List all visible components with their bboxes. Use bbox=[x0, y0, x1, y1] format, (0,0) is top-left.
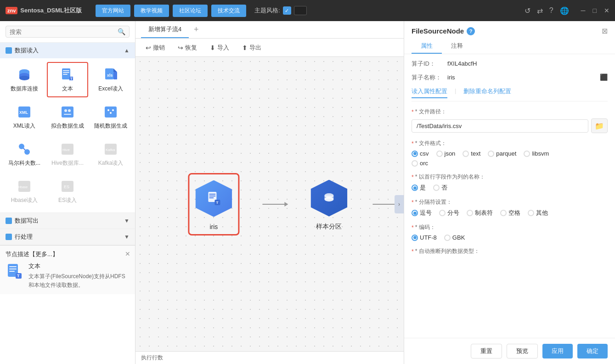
format-text[interactable]: text bbox=[463, 150, 480, 157]
node-item-db-connect[interactable]: 数据库连接 bbox=[4, 62, 45, 97]
globe-icon[interactable]: 🌐 bbox=[560, 6, 569, 15]
tab-read-config[interactable]: 读入属性配置 bbox=[412, 87, 447, 98]
search-box: 🔍 bbox=[0, 21, 135, 43]
node-label-hive: Hive数据库... bbox=[51, 159, 84, 167]
import-icon: ⬇ bbox=[210, 44, 215, 51]
header-row-field: * * 以首行字段作为列的名称： 是 否 bbox=[412, 173, 608, 192]
forum-button[interactable]: 社区论坛 bbox=[173, 5, 208, 17]
window-controls: ─ □ ✕ bbox=[581, 7, 609, 14]
panel-close-button[interactable]: ⊠ bbox=[602, 27, 608, 35]
category-data-import-header[interactable]: 数据读入 ▲ bbox=[0, 43, 135, 58]
tab-delete-rename[interactable]: 删除重命名列配置 bbox=[463, 87, 511, 98]
flow-node-iris[interactable]: T iris bbox=[188, 173, 239, 235]
format-libsvm[interactable]: libsvm bbox=[524, 150, 549, 157]
svg-point-17 bbox=[68, 109, 71, 112]
tab-comments[interactable]: 注释 bbox=[442, 39, 472, 54]
node-icon-kafka: Kafka bbox=[102, 141, 119, 157]
delimiter-comma[interactable]: 逗号 bbox=[412, 209, 432, 217]
svg-rect-6 bbox=[63, 70, 69, 71]
partition-node-label: 样本分区 bbox=[316, 223, 342, 231]
maximize-button[interactable]: □ bbox=[593, 7, 597, 14]
share-icon[interactable]: ⇄ bbox=[537, 6, 543, 15]
svg-text:Hbase: Hbase bbox=[18, 185, 28, 189]
tab-properties[interactable]: 属性 bbox=[412, 39, 442, 54]
official-site-button[interactable]: 官方网站 bbox=[96, 5, 130, 17]
delimiter-space[interactable]: 空格 bbox=[500, 209, 520, 217]
export-button[interactable]: ⬆ 导出 bbox=[239, 42, 264, 53]
category-icon bbox=[6, 47, 12, 54]
panel-collapse-arrow[interactable]: › bbox=[395, 195, 404, 213]
refresh-icon[interactable]: ↺ bbox=[525, 6, 530, 15]
minimize-button[interactable]: ─ bbox=[581, 7, 586, 14]
node-label-kafka: Kafka读入 bbox=[98, 159, 124, 167]
radio-json-dot bbox=[436, 151, 443, 157]
encoding-gbk[interactable]: GBK bbox=[444, 234, 465, 241]
node-desc-title[interactable]: 节点描述【更多...】 bbox=[6, 250, 58, 258]
node-item-synthetic[interactable]: 拟合数据生成 bbox=[47, 99, 88, 134]
preview-button[interactable]: 预览 bbox=[507, 344, 538, 358]
category-collapse-icon[interactable]: ▲ bbox=[124, 47, 130, 54]
category-data-output-header[interactable]: 数据写出 ▼ bbox=[0, 213, 135, 229]
node-label-text: 文本 bbox=[62, 85, 73, 93]
theme-checkbox[interactable]: ✓ bbox=[283, 6, 291, 15]
category-row-process-label: 行处理 bbox=[15, 233, 121, 241]
category-row-process-header[interactable]: 行处理 ▼ bbox=[0, 229, 135, 245]
close-button[interactable]: ✕ bbox=[604, 7, 609, 14]
delimiter-other[interactable]: 其他 bbox=[528, 209, 548, 217]
tutorial-button[interactable]: 教学视频 bbox=[134, 5, 169, 17]
delimiter-tab[interactable]: 制表符 bbox=[467, 209, 493, 217]
node-item-text[interactable]: T 文本 bbox=[47, 62, 88, 97]
panel-header: FileSourceNode ? ⊠ bbox=[404, 21, 615, 35]
node-desc-close-icon[interactable]: ✕ bbox=[125, 250, 130, 258]
svg-text:T: T bbox=[216, 201, 218, 205]
category-out-icon bbox=[6, 218, 12, 224]
panel-tabs: 属性 注释 bbox=[404, 35, 615, 54]
format-json[interactable]: json bbox=[436, 150, 456, 157]
header-row-label: * * 以首行字段作为列的名称： bbox=[412, 173, 608, 181]
format-orc[interactable]: orc bbox=[412, 160, 428, 167]
canvas[interactable]: T iris bbox=[135, 57, 404, 351]
node-icon-hbase: Hbase bbox=[16, 178, 33, 195]
theme-label: 主题风格: bbox=[254, 6, 280, 15]
file-browse-button[interactable]: 📁 bbox=[591, 118, 608, 133]
encoding-utf8[interactable]: UTF-8 bbox=[412, 234, 437, 241]
app-title: Sentosa_DSML社区版 bbox=[20, 6, 82, 15]
theme-section: 主题风格: ✓ bbox=[254, 6, 307, 15]
theme-dark-box[interactable] bbox=[294, 6, 307, 15]
undo-button[interactable]: ↩ 撤销 bbox=[143, 42, 168, 53]
reset-button[interactable]: 重置 bbox=[471, 344, 502, 358]
format-csv[interactable]: csv bbox=[412, 150, 429, 157]
category-row-collapse-icon[interactable]: ▼ bbox=[124, 234, 130, 240]
flow-node-partition[interactable]: 样本分区 bbox=[308, 178, 350, 231]
node-item-markov[interactable]: 马尔科夫数... bbox=[4, 136, 45, 172]
search-input[interactable] bbox=[10, 28, 118, 35]
help-icon[interactable]: ? bbox=[549, 6, 553, 15]
node-icon-random bbox=[102, 104, 119, 120]
tech-exchange-button[interactable]: 技术交流 bbox=[211, 5, 246, 17]
file-path-label-text: * 文件路径： bbox=[415, 108, 446, 116]
redo-button[interactable]: ↪ 恢复 bbox=[175, 42, 200, 53]
header-no[interactable]: 否 bbox=[433, 184, 447, 192]
header-yes[interactable]: 是 bbox=[412, 184, 426, 192]
apply-button[interactable]: 应用 bbox=[542, 344, 573, 358]
name-edit-icon[interactable]: ⬛ bbox=[600, 73, 608, 81]
delimiter-semicolon[interactable]: 分号 bbox=[439, 209, 459, 217]
category-output-collapse-icon[interactable]: ▼ bbox=[124, 218, 130, 224]
node-desc-header: 节点描述【更多...】 ✕ bbox=[6, 250, 130, 258]
format-parquet[interactable]: parquet bbox=[488, 150, 516, 157]
node-item-excel[interactable]: xls Excel读入 bbox=[90, 62, 131, 97]
radio-csv-dot bbox=[412, 151, 418, 157]
svg-text:Hive: Hive bbox=[62, 148, 70, 152]
panel-title-text: FileSourceNode bbox=[412, 27, 464, 35]
tab-add-button[interactable]: + bbox=[191, 24, 202, 35]
panel-help-icon[interactable]: ? bbox=[467, 27, 475, 35]
import-button[interactable]: ⬇ 导入 bbox=[207, 42, 232, 53]
delimiter-semicolon-label: 分号 bbox=[447, 209, 459, 217]
header-no-label: 否 bbox=[441, 184, 447, 192]
tab-new-flow[interactable]: 新增算子流4 bbox=[141, 22, 189, 38]
node-item-xml[interactable]: XML XML读入 bbox=[4, 99, 45, 134]
confirm-button[interactable]: 确定 bbox=[577, 344, 608, 358]
radio-header-no-dot bbox=[433, 185, 440, 191]
file-path-input[interactable] bbox=[412, 119, 588, 133]
node-item-random[interactable]: 随机数据生成 bbox=[90, 99, 131, 134]
